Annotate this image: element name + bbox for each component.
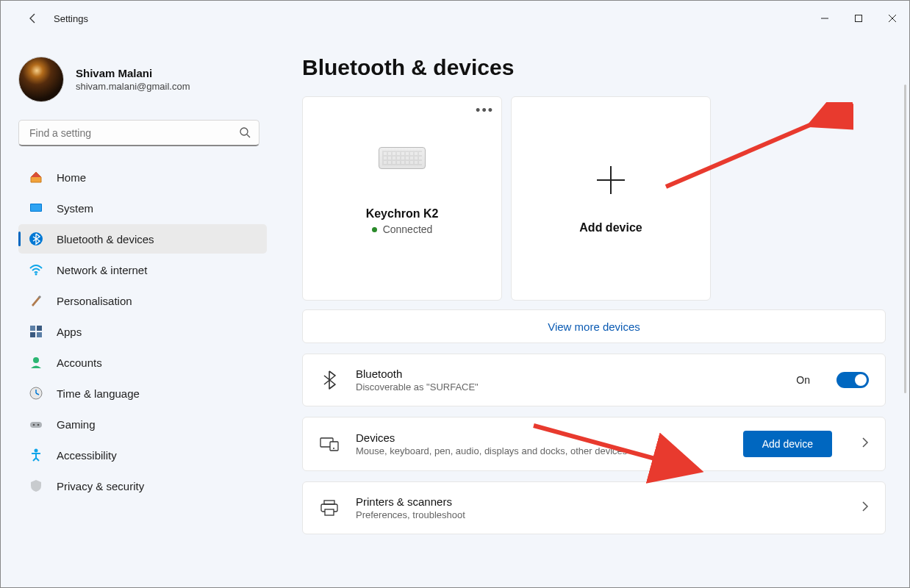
- sidebar-item-label: Privacy & security: [57, 480, 144, 492]
- svg-point-16: [37, 424, 40, 426]
- sidebar-item-gaming[interactable]: Gaming: [18, 409, 267, 439]
- avatar: [18, 57, 64, 102]
- scrollbar[interactable]: [904, 85, 906, 393]
- sidebar-item-home[interactable]: Home: [18, 162, 267, 192]
- device-status: Connected: [372, 223, 433, 235]
- sidebar-item-label: Network & internet: [57, 264, 147, 276]
- row-title: Devices: [356, 431, 727, 444]
- main-content: Bluetooth & devices ••• Keychron K2 Conn…: [280, 36, 909, 587]
- sidebar-item-label: System: [57, 202, 93, 215]
- view-more-devices-link[interactable]: View more devices: [302, 309, 886, 343]
- sidebar-item-label: Accounts: [57, 356, 102, 369]
- add-device-button[interactable]: Add device: [743, 431, 832, 457]
- back-button[interactable]: [21, 12, 45, 24]
- sidebar-item-accessibility[interactable]: Accessibility: [18, 440, 267, 470]
- add-device-card[interactable]: Add device: [511, 96, 711, 301]
- sidebar-item-system[interactable]: System: [18, 193, 267, 223]
- profile-name: Shivam Malani: [76, 67, 190, 79]
- sidebar-item-apps[interactable]: Apps: [18, 317, 267, 346]
- svg-rect-10: [30, 332, 35, 337]
- row-subtitle: Preferences, troubleshoot: [356, 509, 832, 520]
- chevron-right-icon: [861, 501, 869, 516]
- system-icon: [29, 201, 43, 215]
- sidebar-item-personalisation[interactable]: Personalisation: [18, 286, 267, 315]
- sidebar-item-time[interactable]: Time & language: [18, 379, 267, 408]
- window-title: Settings: [54, 13, 88, 24]
- row-subtitle: Discoverable as "SURFACE": [356, 381, 780, 392]
- svg-point-15: [33, 424, 35, 426]
- sidebar-item-accounts[interactable]: Accounts: [18, 348, 267, 377]
- profile-email: shivam.malani@gmail.com: [76, 81, 190, 92]
- sidebar-item-label: Accessibility: [57, 449, 117, 462]
- sidebar-item-label: Time & language: [57, 387, 140, 400]
- device-card[interactable]: ••• Keychron K2 Connected: [302, 96, 502, 301]
- svg-point-12: [33, 357, 39, 363]
- close-button[interactable]: [875, 7, 909, 30]
- sidebar-item-label: Personalisation: [57, 295, 132, 307]
- more-icon[interactable]: •••: [476, 103, 494, 118]
- svg-rect-9: [37, 326, 42, 331]
- minimize-button[interactable]: [808, 7, 842, 30]
- plus-icon: [594, 163, 628, 202]
- devices-icon: [319, 436, 340, 452]
- search-icon: [239, 126, 251, 141]
- sidebar-item-label: Apps: [57, 326, 82, 338]
- add-device-label: Add device: [579, 221, 642, 234]
- brush-icon: [29, 293, 43, 308]
- wifi-icon: [29, 262, 43, 277]
- titlebar: Settings: [1, 1, 909, 36]
- bluetooth-glyph-icon: [319, 370, 340, 390]
- sidebar-item-label: Gaming: [57, 418, 96, 431]
- search-input[interactable]: [18, 120, 259, 146]
- page-title: Bluetooth & devices: [302, 55, 886, 80]
- sidebar-item-label: Home: [57, 171, 86, 184]
- status-dot-icon: [372, 227, 377, 232]
- accessibility-icon: [29, 448, 43, 462]
- gamepad-icon: [29, 417, 43, 431]
- shield-icon: [29, 478, 43, 493]
- sidebar-item-network[interactable]: Network & internet: [18, 255, 267, 284]
- clock-icon: [29, 386, 43, 401]
- printer-icon: [319, 500, 340, 516]
- svg-point-17: [35, 449, 38, 453]
- person-icon: [29, 355, 43, 370]
- sidebar-item-label: Bluetooth & devices: [57, 233, 154, 245]
- svg-rect-21: [330, 442, 338, 451]
- sidebar: Shivam Malani shivam.malani@gmail.com Ho…: [1, 36, 280, 587]
- maximize-button[interactable]: [842, 7, 875, 30]
- bluetooth-toggle[interactable]: [836, 372, 869, 388]
- row-subtitle: Mouse, keyboard, pen, audio, displays an…: [356, 445, 727, 456]
- sidebar-item-bluetooth[interactable]: Bluetooth & devices: [18, 224, 267, 254]
- keyboard-icon: [379, 147, 426, 169]
- bluetooth-row: Bluetooth Discoverable as "SURFACE" On: [302, 354, 886, 406]
- sidebar-item-privacy[interactable]: Privacy & security: [18, 471, 267, 501]
- chevron-right-icon: [861, 437, 869, 452]
- svg-point-7: [35, 273, 37, 276]
- home-icon: [29, 170, 43, 184]
- row-title: Bluetooth: [356, 368, 780, 380]
- svg-rect-25: [325, 509, 334, 515]
- svg-line-3: [247, 135, 250, 137]
- svg-rect-23: [324, 501, 334, 504]
- profile-block[interactable]: Shivam Malani shivam.malani@gmail.com: [18, 57, 267, 102]
- svg-rect-14: [30, 422, 42, 428]
- svg-point-22: [333, 448, 334, 449]
- svg-rect-11: [37, 332, 42, 337]
- row-title: Printers & scanners: [356, 495, 832, 508]
- apps-icon: [29, 324, 43, 339]
- devices-row[interactable]: Devices Mouse, keyboard, pen, audio, dis…: [302, 417, 886, 471]
- svg-point-2: [240, 128, 248, 135]
- svg-rect-5: [31, 204, 41, 211]
- printers-row[interactable]: Printers & scanners Preferences, trouble…: [302, 481, 886, 534]
- bluetooth-icon: [29, 232, 43, 246]
- svg-rect-8: [30, 326, 35, 331]
- device-name: Keychron K2: [366, 207, 439, 220]
- toggle-state-label: On: [796, 374, 810, 386]
- svg-rect-1: [856, 15, 862, 22]
